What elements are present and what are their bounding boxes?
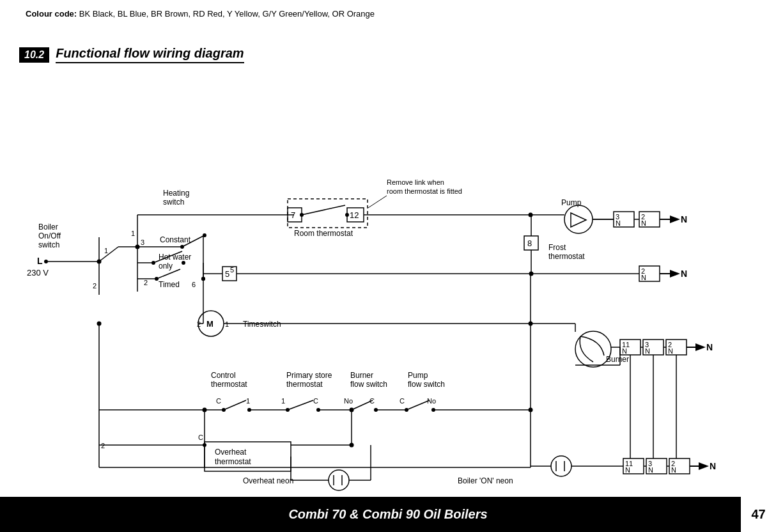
svg-point-136 bbox=[529, 408, 533, 412]
section-header: 10.2 Functional flow wiring diagram bbox=[19, 46, 244, 63]
remove-link-label: Remove link when bbox=[387, 178, 444, 186]
constant-label: Constant bbox=[160, 235, 191, 244]
footer: Combi 70 & Combi 90 Oil Boilers 47 bbox=[0, 497, 776, 532]
svg-point-149 bbox=[329, 470, 349, 490]
svg-line-134 bbox=[407, 400, 430, 410]
svg-point-147 bbox=[350, 408, 354, 412]
svg-text:12: 12 bbox=[350, 210, 359, 220]
colour-code-label: Colour code: bbox=[26, 9, 77, 19]
svg-text:1: 1 bbox=[246, 397, 250, 405]
svg-text:C: C bbox=[216, 397, 221, 405]
primary-store-label: Primary store bbox=[286, 371, 332, 380]
svg-text:thermostat: thermostat bbox=[286, 380, 323, 389]
overheat-neon-label: Overheat neon bbox=[243, 476, 293, 485]
svg-text:2: 2 bbox=[93, 282, 97, 290]
l-label: L bbox=[37, 256, 43, 266]
svg-text:thermostat: thermostat bbox=[215, 457, 251, 466]
control-thermostat-label: Control bbox=[211, 371, 236, 380]
footer-title: Combi 70 & Combi 90 Oil Boilers bbox=[0, 507, 776, 522]
voltage-label: 230 V bbox=[27, 268, 49, 278]
timed-label: Timed bbox=[159, 280, 180, 289]
room-thermostat-label: Room thermostat bbox=[294, 229, 353, 238]
boiler-switch-label: Boiler bbox=[38, 223, 58, 231]
svg-text:room thermostat is fitted: room thermostat is fitted bbox=[387, 187, 462, 195]
burner-flow-label: Burner bbox=[350, 371, 373, 380]
svg-text:5: 5 bbox=[225, 269, 229, 279]
section-number: 10.2 bbox=[19, 47, 49, 63]
svg-rect-139 bbox=[205, 442, 291, 471]
svg-text:N: N bbox=[648, 466, 653, 474]
svg-point-104 bbox=[97, 322, 102, 326]
svg-marker-65 bbox=[571, 213, 586, 227]
svg-point-64 bbox=[564, 205, 593, 233]
svg-text:N: N bbox=[616, 219, 621, 227]
svg-line-33 bbox=[157, 269, 180, 279]
heating-switch-label: Heating bbox=[163, 189, 189, 198]
svg-text:thermostat: thermostat bbox=[211, 380, 247, 389]
svg-text:M: M bbox=[206, 319, 213, 329]
svg-text:N: N bbox=[625, 466, 630, 474]
svg-text:N: N bbox=[671, 466, 676, 474]
page-number: 47 bbox=[741, 497, 776, 532]
svg-line-49 bbox=[302, 205, 345, 215]
svg-text:C: C bbox=[400, 397, 405, 405]
svg-text:2: 2 bbox=[197, 320, 201, 328]
svg-text:N: N bbox=[641, 219, 646, 227]
svg-text:thermostat: thermostat bbox=[548, 252, 585, 261]
section-title: Functional flow wiring diagram bbox=[56, 46, 244, 63]
timeswitch-label: Timeswitch bbox=[243, 320, 281, 329]
svg-text:7: 7 bbox=[291, 210, 295, 220]
burner-label: Burner bbox=[606, 355, 629, 364]
svg-point-144 bbox=[203, 443, 206, 447]
svg-text:N: N bbox=[706, 342, 713, 352]
svg-text:6: 6 bbox=[192, 281, 196, 288]
boiler-on-neon-label: Boiler 'ON' neon bbox=[458, 476, 513, 485]
pump-label: Pump bbox=[561, 198, 582, 207]
svg-text:switch: switch bbox=[163, 198, 184, 207]
svg-text:N: N bbox=[645, 347, 650, 355]
svg-text:flow switch: flow switch bbox=[350, 380, 387, 389]
svg-point-156 bbox=[551, 456, 571, 476]
colour-code: Colour code: BK Black, BL Blue, BR Brown… bbox=[26, 9, 375, 19]
svg-text:C: C bbox=[198, 434, 203, 441]
svg-text:8: 8 bbox=[527, 239, 532, 248]
svg-text:1: 1 bbox=[104, 247, 108, 254]
svg-point-143 bbox=[203, 408, 207, 412]
svg-text:N: N bbox=[681, 214, 687, 224]
frost-thermostat-label: Frost bbox=[548, 243, 566, 252]
svg-text:N: N bbox=[668, 347, 673, 355]
svg-line-55 bbox=[368, 196, 387, 208]
svg-text:No: No bbox=[344, 397, 353, 405]
svg-point-35 bbox=[201, 277, 205, 281]
wiring-diagram: L 230 V 2 1 Boiler On/Off switch 1 Heati… bbox=[0, 70, 776, 494]
svg-text:switch: switch bbox=[38, 240, 59, 249]
svg-point-148 bbox=[350, 443, 354, 448]
svg-text:flow switch: flow switch bbox=[408, 380, 445, 389]
svg-line-127 bbox=[352, 400, 373, 410]
svg-text:On/Off: On/Off bbox=[38, 231, 61, 240]
diagram-area: L 230 V 2 1 Boiler On/Off switch 1 Heati… bbox=[0, 70, 776, 494]
colour-code-text: BK Black, BL Blue, BR Brown, RD Red, Y Y… bbox=[79, 9, 375, 19]
svg-text:N: N bbox=[710, 461, 716, 471]
svg-text:3: 3 bbox=[141, 239, 144, 246]
overheat-thermostat-label: Overheat bbox=[215, 448, 247, 457]
svg-text:C: C bbox=[313, 397, 318, 405]
svg-line-5 bbox=[99, 247, 118, 262]
pump-flow-label: Pump bbox=[408, 371, 428, 380]
svg-text:5: 5 bbox=[230, 266, 234, 274]
svg-text:N: N bbox=[641, 274, 646, 281]
svg-text:N: N bbox=[681, 269, 687, 279]
svg-point-25 bbox=[182, 261, 185, 265]
svg-point-0 bbox=[44, 260, 48, 263]
svg-text:2: 2 bbox=[144, 279, 148, 286]
svg-text:1: 1 bbox=[225, 320, 229, 328]
svg-line-112 bbox=[224, 400, 246, 410]
svg-text:only: only bbox=[159, 262, 173, 270]
svg-text:1: 1 bbox=[281, 397, 285, 405]
svg-text:2: 2 bbox=[101, 442, 105, 450]
svg-text:N: N bbox=[622, 347, 627, 355]
svg-line-120 bbox=[288, 400, 313, 410]
svg-point-6 bbox=[97, 260, 102, 264]
svg-text:1: 1 bbox=[131, 230, 135, 237]
